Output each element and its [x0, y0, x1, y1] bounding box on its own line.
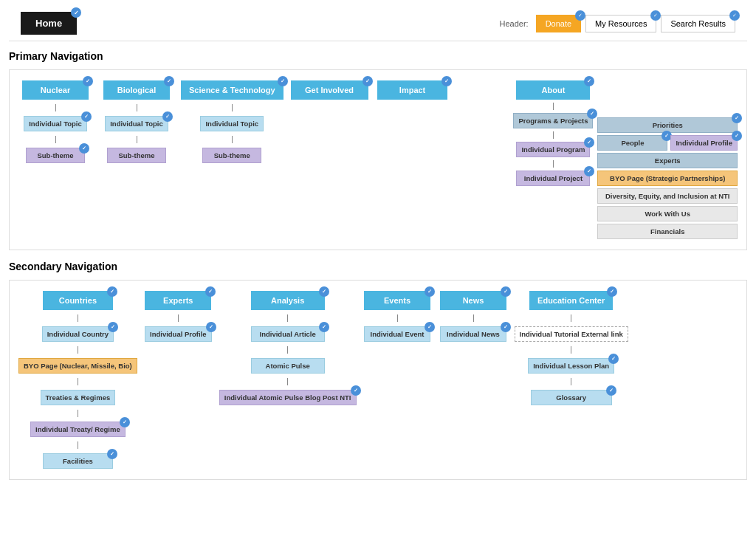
- about-label: About: [542, 86, 566, 94]
- home-check-badge: ✓: [71, 7, 81, 18]
- individual-country-button[interactable]: Individual Country ✓: [42, 326, 114, 342]
- article-check: ✓: [319, 322, 329, 332]
- primary-nav-section: Primary Navigation Nuclear ✓ Individual …: [9, 50, 747, 250]
- biological-individual-topic[interactable]: Individual Topic ✓: [105, 116, 168, 131]
- atomic-pulse-button[interactable]: Atomic Pulse: [251, 358, 325, 374]
- donate-button[interactable]: Donate ✓: [536, 15, 581, 32]
- donate-check: ✓: [575, 10, 585, 21]
- my-resources-button[interactable]: My Resources ✓: [585, 15, 656, 32]
- my-resources-check: ✓: [650, 10, 661, 21]
- my-resources-label: My Resources: [595, 19, 647, 28]
- nuclear-line: [55, 104, 56, 111]
- science-check: ✓: [278, 76, 288, 86]
- individual-tutorial-button[interactable]: Individual Tutorial External link: [515, 326, 628, 342]
- individual-program-button[interactable]: Individual Program ✓: [516, 142, 590, 157]
- education-line3: [571, 378, 571, 385]
- impact-button[interactable]: Impact ✓: [377, 80, 447, 100]
- about-individual-profile-button[interactable]: Individual Profile ✓: [670, 135, 738, 151]
- about-check: ✓: [584, 76, 594, 86]
- biological-button[interactable]: Biological ✓: [103, 80, 170, 100]
- individual-article-button[interactable]: Individual Article ✓: [251, 326, 325, 342]
- diversity-button[interactable]: Diversity, Equity, and Inclusion at NTI: [597, 188, 738, 204]
- countries-button[interactable]: Countries ✓: [43, 291, 113, 310]
- news-check: ✓: [501, 286, 511, 297]
- nuclear-line2: [55, 136, 56, 143]
- experts-about-button[interactable]: Experts: [597, 153, 738, 168]
- experts-button[interactable]: Experts ✓: [145, 291, 211, 310]
- nav-col-impact: Impact ✓: [376, 80, 450, 100]
- financials-button[interactable]: Financials: [597, 224, 738, 239]
- sci-line2: [232, 136, 233, 143]
- header: Home ✓ Header: Donate ✓ My Resources ✓ S…: [9, 6, 747, 41]
- glossary-button[interactable]: Glossary ✓: [531, 390, 612, 405]
- biological-check: ✓: [164, 76, 174, 86]
- priorities-check: ✓: [732, 113, 742, 123]
- header-left: Home ✓: [21, 12, 77, 35]
- pp-line: [553, 131, 554, 139]
- pp-check: ✓: [587, 109, 597, 119]
- nuclear-individual-topic[interactable]: Individual Topic ✓: [24, 116, 87, 131]
- countries-line2: [78, 346, 78, 354]
- experts-line: [178, 314, 179, 322]
- individual-event-button[interactable]: Individual Event ✓: [364, 326, 430, 342]
- about-button[interactable]: About ✓: [516, 80, 590, 100]
- science-individual-topic[interactable]: Individual Topic: [200, 116, 264, 131]
- get-involved-button[interactable]: Get Involved ✓: [291, 80, 368, 100]
- countries-line5: [78, 441, 78, 449]
- analysis-line2: [287, 346, 288, 354]
- events-line: [397, 314, 398, 322]
- individual-profile-button[interactable]: Individual Profile ✓: [145, 326, 212, 342]
- events-button[interactable]: Events ✓: [364, 291, 430, 310]
- search-results-label: Search Results: [670, 19, 726, 28]
- byo-page-strategic-button[interactable]: BYO Page (Strategic Partnerships): [597, 171, 738, 186]
- facilities-button[interactable]: Facilities ✓: [43, 453, 113, 469]
- blog-check: ✓: [351, 385, 361, 396]
- experts-check: ✓: [205, 286, 216, 297]
- event-check: ✓: [425, 322, 435, 332]
- nuclear-sub-theme[interactable]: Sub-theme ✓: [26, 148, 85, 163]
- lesson-check: ✓: [608, 354, 619, 364]
- education-line: [571, 314, 571, 322]
- work-with-us-button[interactable]: Work With Us: [597, 206, 738, 221]
- nav-col-experts: Experts ✓ Individual Profile ✓: [143, 291, 213, 342]
- news-line: [473, 314, 474, 322]
- education-button[interactable]: Education Center ✓: [529, 291, 613, 310]
- nav-col-get-involved: Get Involved ✓: [291, 80, 368, 100]
- byo-nuclear-button[interactable]: BYO Page (Nuclear, Missile, Bio): [18, 358, 137, 374]
- science-button[interactable]: Science & Technology ✓: [181, 80, 284, 100]
- nuclear-button[interactable]: Nuclear ✓: [22, 80, 89, 100]
- individual-lesson-plan-button[interactable]: Individual Lesson Plan ✓: [528, 358, 614, 374]
- analysis-line: [287, 314, 288, 322]
- people-button[interactable]: People ✓: [597, 135, 667, 151]
- get-involved-check: ✓: [362, 76, 373, 86]
- nuclear-subtheme-check: ✓: [79, 143, 89, 154]
- biological-sub-theme[interactable]: Sub-theme: [107, 148, 166, 163]
- priorities-label: Priorities: [653, 121, 683, 129]
- nav-col-countries: Countries ✓ Individual Country ✓ BYO Pag…: [18, 291, 137, 469]
- glossary-check: ✓: [606, 385, 616, 396]
- individual-project-button[interactable]: Individual Project ✓: [516, 171, 590, 186]
- individual-treaty-button[interactable]: Individual Treaty/ Regime ✓: [30, 422, 126, 437]
- individual-news-button[interactable]: Individual News ✓: [440, 326, 506, 342]
- treaties-regimes-button[interactable]: Treaties & Regimes: [41, 390, 116, 405]
- individual-program-label: Individual Program: [521, 145, 585, 154]
- nuclear-check: ✓: [83, 76, 93, 86]
- news-button[interactable]: News ✓: [440, 291, 506, 310]
- ic-check: ✓: [108, 322, 118, 332]
- analysis-button[interactable]: Analysis ✓: [251, 291, 325, 310]
- bio-line2: [137, 136, 137, 143]
- programs-projects-button[interactable]: Programs & Projects ✓: [513, 113, 593, 128]
- primary-nav-title: Primary Navigation: [9, 50, 747, 62]
- nav-col-education: Education Center ✓ Individual Tutorial E…: [515, 291, 628, 405]
- search-results-button[interactable]: Search Results ✓: [661, 15, 735, 32]
- home-button[interactable]: Home ✓: [21, 12, 77, 35]
- nav-col-science: Science & Technology ✓ Individual Topic …: [181, 80, 284, 163]
- impact-check: ✓: [441, 76, 452, 86]
- nav-col-analysis: Analysis ✓ Individual Article ✓ Atomic P…: [219, 291, 357, 405]
- atomic-pulse-blog-button[interactable]: Individual Atomic Pulse Blog Post NTI ✓: [219, 390, 357, 405]
- science-sub-theme[interactable]: Sub-theme: [202, 148, 261, 163]
- header-label: Header:: [499, 19, 528, 28]
- expert-profile-check: ✓: [206, 322, 216, 332]
- about-ip-check: ✓: [732, 131, 742, 141]
- events-check: ✓: [425, 286, 435, 297]
